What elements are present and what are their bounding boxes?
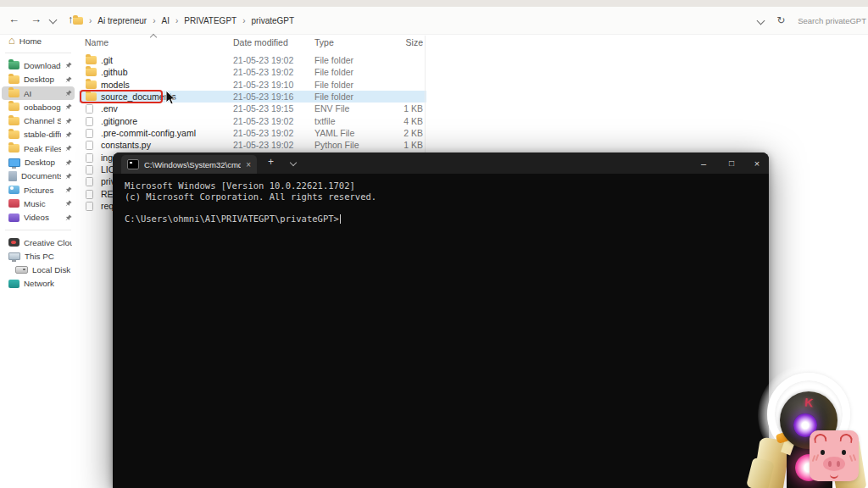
address-folder-icon — [73, 17, 83, 25]
file-date-modified: 21-05-23 19:02 — [233, 116, 293, 126]
back-button[interactable]: ← — [8, 12, 19, 27]
column-header-type[interactable]: Type — [314, 37, 334, 47]
file-row-source-documents[interactable]: source_documents21-05-23 19:16File folde… — [79, 91, 426, 103]
search-input[interactable]: Search privateGPT — [798, 16, 866, 25]
sidebar-item-this-pc[interactable]: This PC — [2, 249, 75, 263]
sidebar-item-documents[interactable]: Documents — [2, 169, 75, 183]
sidebar-item-label: Network — [24, 279, 72, 288]
terminal-output[interactable]: Microsoft Windows [Version 10.0.22621.17… — [113, 174, 769, 488]
sidebar-item-videos[interactable]: Videos — [2, 211, 75, 225]
terminal-tab[interactable]: C:\Windows\System32\cmd.e × — [121, 155, 257, 174]
pin-icon — [65, 186, 72, 193]
sidebar-item-desktop[interactable]: Desktop — [2, 155, 75, 169]
sidebar-item-network[interactable]: Network — [2, 277, 75, 291]
breadcrumb-item-ai[interactable]: AI — [162, 16, 170, 25]
sidebar-item-label: Peak Files — [24, 144, 61, 153]
tab-close-icon[interactable]: × — [246, 160, 251, 169]
address-dropdown-chevron-icon[interactable] — [757, 16, 765, 25]
sidebar-item-label: This PC — [25, 252, 72, 261]
breadcrumb-separator-icon: › — [89, 16, 92, 25]
sidebar-item-label: Desktop — [25, 158, 61, 167]
file-size: 2 KB — [359, 128, 423, 138]
file-size: 1 KB — [359, 140, 423, 150]
pig-blush-mark — [853, 454, 857, 461]
file-date-modified: 21-05-23 19:02 — [233, 55, 293, 65]
sidebar-item-oobabooga-wi[interactable]: oobabooga_wi — [2, 100, 75, 114]
minimize-button[interactable]: – — [694, 152, 713, 174]
pin-icon — [65, 131, 72, 138]
file-type: Python File — [314, 140, 359, 150]
sidebar-item-label: stable-diffusior — [24, 130, 61, 139]
sidebar-item-label: oobabooga_wi — [24, 103, 61, 112]
file-name: models — [101, 80, 130, 90]
terminal-tab-title: C:\Windows\System32\cmd.e — [144, 160, 241, 169]
sidebar-item-peak-files[interactable]: Peak Files — [2, 141, 75, 155]
folder-icon — [8, 103, 19, 111]
folder-icon — [86, 80, 97, 89]
pig-eye-left — [821, 450, 825, 455]
maximize-button[interactable]: □ — [722, 152, 741, 174]
sidebar-item-channel-stuff[interactable]: Channel Stuff — [2, 114, 75, 127]
file-date-modified: 21-05-23 19:10 — [233, 80, 293, 90]
sidebar-item-music[interactable]: Music — [2, 197, 75, 210]
folder-icon — [86, 56, 97, 64]
file-icon — [86, 153, 93, 163]
pig-ear-right — [839, 433, 853, 443]
pin-icon — [65, 103, 72, 110]
file-icon — [86, 165, 93, 175]
forward-button[interactable]: → — [31, 12, 42, 27]
file-row-pre-commit-config-yaml[interactable]: .pre-commit-config.yaml21-05-23 19:02YAM… — [79, 127, 426, 139]
creative-cloud-icon — [8, 238, 19, 247]
sidebar-item-label: AI — [24, 89, 61, 98]
new-tab-button[interactable]: + — [268, 156, 274, 168]
column-header-name[interactable]: Name — [85, 37, 108, 47]
sidebar-item-pictures[interactable]: Pictures — [2, 183, 75, 197]
close-button[interactable]: × — [748, 152, 766, 174]
file-row-git[interactable]: .git21-05-23 19:02File folder — [79, 54, 426, 66]
music-icon — [8, 199, 19, 208]
sidebar-item-desktop[interactable]: Desktop — [2, 73, 75, 86]
breadcrumb-item-privategpt[interactable]: privateGPT — [252, 16, 295, 25]
desktop: ← → ↑ ›Ai trepreneur›AI›PRIVATEGPT›priva… — [0, 0, 868, 488]
file-name: .env — [101, 103, 118, 114]
column-header-size[interactable]: Size — [359, 37, 423, 47]
file-row-env[interactable]: .env21-05-23 19:15ENV File1 KB — [79, 103, 426, 114]
home-icon: ⌂ — [8, 36, 15, 45]
file-type: File folder — [314, 55, 353, 65]
terminal-blank-line — [125, 202, 760, 214]
sidebar-item-downloads[interactable]: Downloads — [2, 58, 75, 72]
sort-ascending-icon — [150, 34, 157, 41]
tab-dropdown-chevron-icon[interactable] — [290, 159, 297, 166]
pin-icon — [65, 118, 72, 125]
sidebar-item-ai[interactable]: AI — [2, 86, 75, 100]
file-row-gitignore[interactable]: .gitignore21-05-23 19:02txtfile4 KB — [79, 115, 426, 127]
sidebar-item-local-disk-c[interactable]: Local Disk (C:) — [2, 263, 75, 276]
file-row-github[interactable]: .github21-05-23 19:02File folder — [79, 66, 426, 78]
terminal-text-cursor — [340, 214, 342, 224]
folder-icon — [8, 144, 19, 152]
file-row-models[interactable]: models21-05-23 19:10File folder — [79, 79, 426, 91]
toolbar-right: ↻ Search privateGPT — [758, 7, 868, 34]
file-row-constants-py[interactable]: constants.py21-05-23 19:02Python File1 K… — [79, 139, 426, 151]
mouse-cursor-icon — [165, 90, 176, 106]
file-name: .gitignore — [101, 116, 137, 126]
file-type: YAML File — [314, 128, 354, 138]
column-header-date-modified[interactable]: Date modified — [233, 37, 288, 47]
file-icon — [86, 202, 93, 211]
file-date-modified: 21-05-23 19:02 — [233, 128, 293, 138]
videos-icon — [8, 214, 19, 222]
breadcrumb-item-ai-trepreneur[interactable]: Ai trepreneur — [97, 16, 147, 25]
sidebar-item-stable-diffusior[interactable]: stable-diffusior — [2, 128, 75, 141]
file-date-modified: 21-05-23 19:02 — [233, 140, 293, 150]
breadcrumb-separator-icon: › — [175, 16, 178, 25]
sidebar-separator — [5, 230, 71, 230]
file-name: constants.py — [101, 140, 151, 150]
recent-locations-chevron-icon[interactable] — [49, 16, 58, 25]
sidebar-item-home[interactable]: ⌂Home — [2, 34, 75, 47]
refresh-icon[interactable]: ↻ — [776, 14, 785, 26]
pig-mouth — [830, 473, 838, 479]
file-icon — [86, 141, 93, 150]
breadcrumb-item-privategpt[interactable]: PRIVATEGPT — [184, 16, 236, 25]
sidebar-item-creative-cloud-fil[interactable]: Creative Cloud Fil — [2, 236, 75, 249]
file-date-modified: 21-05-23 19:02 — [233, 67, 293, 77]
